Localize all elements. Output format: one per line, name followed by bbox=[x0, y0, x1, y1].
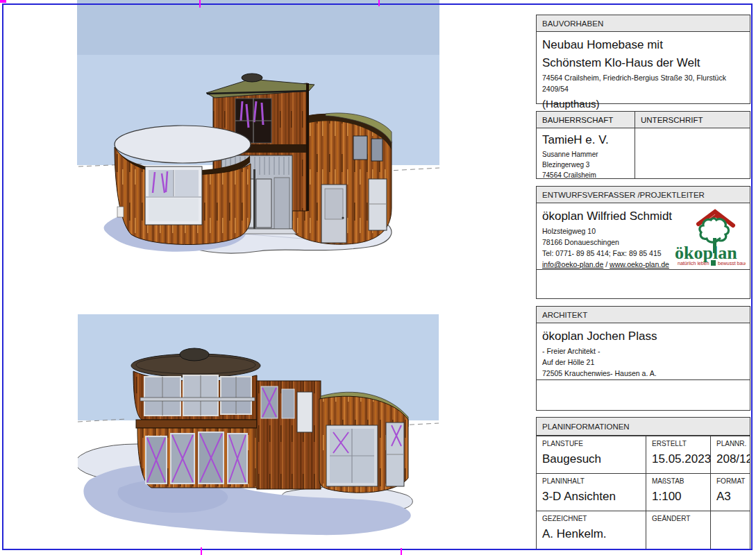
architekt-header: ARCHITEKT bbox=[536, 306, 750, 323]
logo-tagline-right: bewusst bauen bbox=[718, 261, 746, 266]
planinhalt-value: 3-D Ansichten bbox=[542, 488, 643, 505]
rendering-rear-image bbox=[78, 314, 439, 545]
rendering-rear-view bbox=[78, 314, 439, 545]
unterschrift-header: UNTERSCHRIFT bbox=[635, 111, 750, 128]
architect-name: ökoplan Jochen Plass bbox=[542, 327, 744, 345]
planstufe-value: Baugesuch bbox=[542, 451, 643, 468]
client-city: 74564 Crailsheim bbox=[542, 170, 629, 180]
massstab-value: 1:100 bbox=[652, 488, 707, 505]
client-name: TamieH e. V. bbox=[542, 131, 629, 149]
planstufe-label: PLANSTUFE bbox=[542, 439, 643, 449]
section-bauherrschaft: BAUHERRSCHAFT UNTERSCHRIFT TamieH e. V. … bbox=[536, 111, 750, 179]
logo-tagline-left: natürlich leben bbox=[678, 261, 709, 266]
cell-plannr: PLANNR. 208/12 bbox=[711, 436, 750, 473]
bauherrschaft-body: TamieH e. V. Susanne Hammer Blezingerweg… bbox=[536, 128, 635, 179]
project-address: 74564 Crailsheim, Friedrich-Bergius Stra… bbox=[542, 72, 744, 94]
cell-massstab: MAßSTAB 1:100 bbox=[646, 473, 711, 511]
geaendert-label: GEÄNDERT bbox=[652, 514, 707, 524]
plannr-label: PLANNR. bbox=[716, 439, 747, 449]
okoplan-logo: ökoplan natürlich leben bewusst bauen bbox=[672, 209, 746, 267]
massstab-label: MAßSTAB bbox=[652, 477, 707, 486]
cell-erstellt: ERSTELLT 15.05.2023 bbox=[646, 436, 711, 473]
website-link[interactable]: www.oeko-plan.de bbox=[610, 260, 669, 268]
cell-planstufe: PLANSTUFE Baugesuch bbox=[537, 436, 646, 473]
rendering-front-view bbox=[77, 0, 439, 309]
architect-city: 72505 Krauchenwies- Hausen a. A. bbox=[542, 368, 744, 379]
cell-gezeichnet: GEZEICHNET A. Henkelm. bbox=[537, 511, 646, 549]
project-note: (Haupthaus) bbox=[542, 96, 744, 112]
bauherrschaft-header: BAUHERRSCHAFT bbox=[536, 111, 635, 128]
erstellt-value: 15.05.2023 bbox=[652, 451, 707, 468]
client-street: Blezingerweg 3 bbox=[542, 160, 629, 170]
crop-mark-top-2 bbox=[378, 0, 380, 6]
entwurfsverfasser-header: ENTWURFSVERFASSER /PROJEKTLEITER bbox=[536, 186, 750, 203]
architect-street: Auf der Hölle 21 bbox=[542, 357, 744, 368]
cell-format: FORMAT A3 bbox=[711, 473, 750, 511]
client-contact: Susanne Hammer bbox=[542, 149, 629, 160]
plannr-value: 208/12 bbox=[716, 451, 747, 468]
link-separator: / bbox=[603, 260, 610, 268]
bauvorhaben-header: BAUVORHABEN bbox=[536, 15, 750, 32]
section-architekt: ARCHITEKT ökoplan Jochen Plass - Freier … bbox=[536, 306, 750, 411]
architect-title: - Freier Architekt - bbox=[542, 345, 744, 357]
architekt-body: ökoplan Jochen Plass - Freier Architekt … bbox=[536, 323, 750, 380]
planinfo-grid: PLANSTUFE Baugesuch ERSTELLT 15.05.2023 … bbox=[536, 436, 750, 550]
gezeichnet-label: GEZEICHNET bbox=[542, 514, 643, 524]
format-label: FORMAT bbox=[716, 477, 747, 486]
cell-geaendert: GEÄNDERT bbox=[646, 511, 711, 549]
architekt-empty-box bbox=[536, 380, 750, 411]
planinhalt-label: PLANINHALT bbox=[542, 477, 643, 486]
logo-wordmark: ökoplan bbox=[675, 243, 737, 263]
crop-mark-bottom-2 bbox=[401, 548, 402, 555]
plan-sheet: BAUVORHABEN Neubau Homebase mit Schönste… bbox=[0, 0, 756, 555]
okoplan-logo-graphic: ökoplan natürlich leben bewusst bauen bbox=[672, 209, 746, 267]
project-title-line1: Neubau Homebase mit bbox=[542, 36, 744, 54]
section-entwurfsverfasser: ENTWURFSVERFASSER /PROJEKTLEITER ökoplan… bbox=[536, 186, 750, 299]
gezeichnet-value: A. Henkelm. bbox=[542, 526, 643, 543]
erstellt-label: ERSTELLT bbox=[652, 439, 707, 449]
email-link[interactable]: info@oeko-plan.de bbox=[542, 260, 603, 268]
crop-mark-bottom-1 bbox=[201, 547, 202, 555]
crop-mark-corner bbox=[0, 0, 6, 3]
rendering-front-image bbox=[77, 0, 439, 309]
bauvorhaben-body: Neubau Homebase mit Schönstem Klo-Haus d… bbox=[536, 32, 750, 104]
section-bauvorhaben: BAUVORHABEN Neubau Homebase mit Schönste… bbox=[536, 15, 750, 104]
project-title-line2: Schönstem Klo-Haus der Welt bbox=[542, 54, 744, 72]
cell-planinhalt: PLANINHALT 3-D Ansichten bbox=[537, 473, 646, 511]
entwurfsverfasser-body: ökoplan Wilfried Schmidt Holzsteigweg 10… bbox=[536, 203, 750, 270]
planinfo-header: PLANINFORMATIONEN bbox=[536, 417, 750, 436]
format-value: A3 bbox=[716, 488, 747, 505]
crop-mark-top-1 bbox=[199, 0, 201, 8]
entwurfsverfasser-empty-box bbox=[536, 270, 750, 299]
unterschrift-body bbox=[635, 128, 750, 179]
section-planinfo: PLANINFORMATIONEN PLANSTUFE Baugesuch ER… bbox=[536, 417, 750, 550]
cell-empty bbox=[711, 511, 750, 549]
